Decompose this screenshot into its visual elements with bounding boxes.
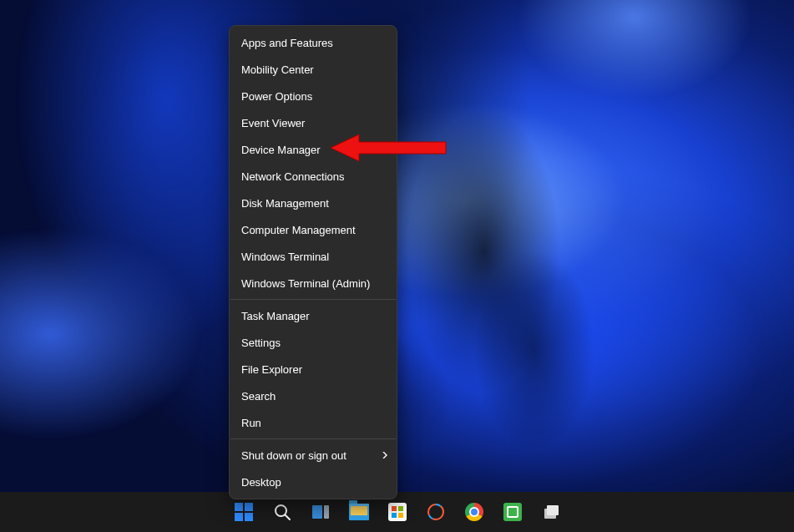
winx-context-menu: Apps and FeaturesMobility CenterPower Op…: [229, 25, 397, 499]
menu-item-desktop[interactable]: Desktop: [230, 469, 397, 495]
menu-item-label: Device Manager: [241, 144, 321, 156]
menu-item-mobility-center[interactable]: Mobility Center: [230, 56, 397, 83]
menu-item-task-manager[interactable]: Task Manager: [230, 302, 397, 329]
menu-item-label: Disk Management: [241, 197, 329, 210]
menu-separator: [230, 299, 396, 300]
menu-item-label: Apps and Features: [241, 37, 333, 49]
menu-item-label: Windows Terminal (Admin): [241, 277, 370, 290]
chrome-button[interactable]: [458, 495, 491, 529]
menu-item-apps-and-features[interactable]: Apps and Features: [230, 29, 397, 56]
menu-item-label: Run: [241, 417, 261, 429]
menu-item-label: Network Connections: [241, 170, 345, 183]
grey-app-icon: [541, 502, 561, 522]
menu-item-device-manager[interactable]: Device Manager: [230, 136, 397, 163]
menu-item-label: Shut down or sign out: [241, 449, 346, 462]
start-button[interactable]: [227, 495, 260, 529]
search-button[interactable]: [266, 495, 299, 529]
app-button-1[interactable]: [419, 495, 453, 529]
menu-item-label: Search: [241, 390, 276, 403]
svg-line-2: [285, 515, 290, 520]
menu-item-label: Desktop: [241, 476, 281, 489]
green-app-icon: [503, 503, 522, 521]
menu-separator: [230, 438, 396, 439]
taskbar: [0, 492, 794, 532]
chevron-right-icon: [382, 452, 388, 459]
menu-item-shut-down-or-sign-out[interactable]: Shut down or sign out: [230, 442, 397, 469]
menu-item-label: Event Viewer: [241, 117, 305, 129]
svg-rect-4: [324, 505, 329, 519]
menu-item-event-viewer[interactable]: Event Viewer: [230, 109, 397, 136]
task-view-icon: [311, 502, 331, 522]
file-explorer-button[interactable]: [342, 495, 376, 529]
menu-item-network-connections[interactable]: Network Connections: [230, 163, 397, 190]
menu-item-power-options[interactable]: Power Options: [230, 83, 397, 109]
folder-icon: [349, 504, 369, 520]
menu-item-windows-terminal[interactable]: Windows Terminal: [230, 243, 397, 270]
microsoft-store-button[interactable]: [381, 495, 414, 529]
chrome-icon: [465, 503, 483, 521]
menu-item-search[interactable]: Search: [230, 383, 397, 409]
menu-item-label: Power Options: [241, 90, 312, 103]
menu-item-windows-terminal-admin[interactable]: Windows Terminal (Admin): [230, 270, 397, 296]
svg-rect-3: [312, 505, 322, 519]
store-icon: [388, 503, 407, 521]
menu-item-run[interactable]: Run: [230, 409, 397, 436]
menu-item-label: File Explorer: [241, 363, 302, 376]
svg-rect-8: [547, 505, 559, 515]
menu-item-label: Computer Management: [241, 224, 356, 236]
windows-logo-icon: [235, 503, 253, 521]
app-button-2[interactable]: [496, 495, 529, 529]
menu-item-label: Task Manager: [241, 310, 310, 322]
search-icon: [272, 502, 292, 522]
circle-app-icon: [426, 502, 446, 522]
menu-item-label: Windows Terminal: [241, 251, 329, 263]
app-button-3[interactable]: [534, 495, 568, 529]
menu-item-disk-management[interactable]: Disk Management: [230, 190, 397, 216]
menu-item-file-explorer[interactable]: File Explorer: [230, 356, 397, 383]
menu-item-computer-management[interactable]: Computer Management: [230, 216, 397, 243]
menu-item-settings[interactable]: Settings: [230, 329, 397, 356]
task-view-button[interactable]: [304, 495, 337, 529]
menu-item-label: Settings: [241, 337, 281, 349]
menu-item-label: Mobility Center: [241, 63, 314, 76]
